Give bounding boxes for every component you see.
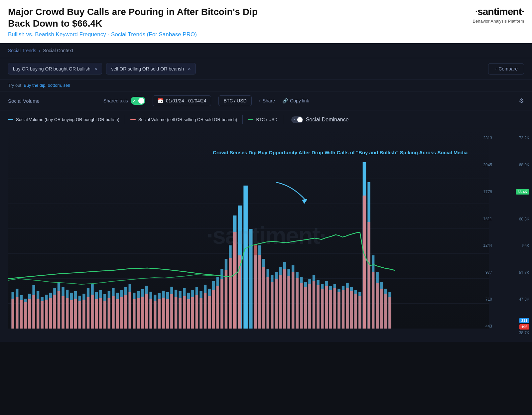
svg-rect-128: [133, 299, 135, 329]
svg-rect-178: [354, 294, 357, 329]
date-range-button[interactable]: 📅 01/01/24 - 01/04/24: [153, 95, 211, 106]
svg-rect-172: [329, 290, 332, 329]
svg-rect-139: [179, 298, 181, 329]
svg-rect-149: [220, 279, 223, 329]
brand-logo: ·santiment· Behavior Analysis Platform: [472, 6, 524, 24]
svg-rect-166: [304, 287, 307, 329]
svg-rect-105: [37, 299, 39, 329]
main-content: Social Trends › Social Context buy OR bu…: [0, 43, 532, 342]
svg-rect-145: [204, 293, 206, 329]
search-tag-2-text: sell OR selling OR sold OR bearish: [111, 66, 184, 71]
price-badge-green: 66.4K: [516, 189, 529, 195]
social-dominance-toggle[interactable]: ×: [291, 116, 303, 123]
svg-rect-115: [78, 301, 81, 329]
chart-area: ·santiment· Crowd Senses Dip Buy Opportu…: [0, 129, 532, 342]
breadcrumb-current: Social Context: [43, 48, 73, 53]
svg-rect-137: [170, 294, 173, 329]
legend-item-buy: Social Volume (buy OR buying OR bought O…: [8, 115, 125, 124]
calendar-icon: 📅: [158, 98, 163, 103]
svg-rect-132: [149, 299, 152, 329]
legend-red-bar: [130, 119, 136, 120]
svg-rect-173: [333, 288, 336, 329]
svg-rect-176: [346, 288, 348, 329]
search-tag-2[interactable]: sell OR selling OR sold OR bearish ×: [106, 63, 196, 74]
svg-rect-160: [279, 275, 282, 329]
legend-toggle-group: × Social Dominance: [291, 116, 349, 123]
compare-button[interactable]: + Compare: [488, 63, 524, 74]
legend-item-sell-label: Social Volume (sell OR selling OR sold O…: [138, 117, 237, 122]
svg-rect-111: [62, 296, 64, 329]
legend-item-btc: BTC / USD: [248, 115, 283, 124]
svg-rect-64: [243, 186, 248, 329]
svg-rect-150: [225, 270, 227, 329]
y-label-6: 710: [485, 297, 492, 302]
svg-rect-110: [58, 291, 60, 329]
svg-rect-157: [266, 277, 269, 329]
svg-rect-144: [200, 298, 202, 329]
svg-rect-181: [367, 222, 370, 329]
svg-rect-167: [308, 284, 311, 329]
svg-rect-99: [11, 299, 14, 329]
svg-rect-120: [99, 298, 102, 329]
svg-rect-180: [363, 196, 366, 329]
share-button[interactable]: ⟨ Share: [259, 98, 275, 103]
svg-rect-122: [108, 298, 110, 329]
svg-rect-121: [103, 301, 106, 329]
svg-rect-171: [325, 286, 328, 329]
try-out-bar: Try out: Buy the dip, bottom, sell: [0, 79, 532, 91]
settings-button[interactable]: ⚙: [519, 97, 524, 104]
header-left: Major Crowd Buy Calls are Pouring in Aft…: [8, 6, 281, 38]
legend-green-bar: [248, 119, 253, 120]
y-label-7: 443: [485, 324, 492, 329]
try-out-links[interactable]: Buy the dip, bottom, sell: [24, 83, 70, 88]
search-bar: buy OR buying OR bought OR bullish × sel…: [0, 58, 532, 79]
page-subtitle: Bullish vs. Bearish Keyword Frequency - …: [8, 31, 281, 38]
toggle-check-icon: ✓: [133, 99, 136, 103]
page-title: Major Crowd Buy Calls are Pouring in Aft…: [8, 6, 281, 29]
svg-rect-142: [191, 297, 194, 329]
svg-rect-136: [166, 299, 169, 329]
svg-rect-163: [292, 272, 294, 329]
copy-link-label: Copy link: [290, 98, 309, 103]
search-tag-1-close[interactable]: ×: [94, 66, 97, 71]
asset-selector-button[interactable]: BTC / USD: [218, 95, 251, 106]
svg-rect-148: [216, 286, 219, 329]
copy-link-button[interactable]: 🔗 Copy link: [282, 98, 309, 103]
breadcrumb-parent[interactable]: Social Trends: [8, 48, 36, 53]
price-badge-blue: 311: [519, 318, 529, 323]
breadcrumb-bar: Social Trends › Social Context: [0, 43, 532, 58]
svg-rect-135: [162, 298, 165, 329]
svg-rect-155: [258, 255, 261, 329]
legend-item-btc-label: BTC / USD: [256, 117, 277, 122]
svg-rect-177: [350, 291, 353, 329]
svg-rect-141: [187, 299, 190, 329]
svg-rect-151: [229, 258, 231, 329]
search-tag-2-close[interactable]: ×: [188, 66, 191, 71]
svg-rect-109: [53, 295, 56, 329]
shared-axis-toggle[interactable]: ✓: [131, 97, 145, 105]
svg-rect-186: [388, 297, 391, 329]
link-icon: 🔗: [282, 98, 288, 103]
svg-rect-106: [41, 301, 43, 329]
svg-rect-119: [95, 299, 98, 329]
svg-rect-168: [313, 281, 315, 329]
svg-rect-107: [45, 300, 48, 329]
chart-svg: [8, 129, 489, 329]
legend-item-buy-label: Social Volume (buy OR buying OR bought O…: [16, 117, 119, 122]
svg-rect-162: [287, 276, 290, 329]
share-label: Share: [263, 98, 275, 103]
svg-rect-108: [49, 298, 52, 329]
svg-rect-129: [137, 298, 140, 329]
svg-rect-126: [124, 295, 127, 329]
svg-rect-146: [208, 296, 210, 329]
svg-rect-170: [321, 289, 324, 329]
search-tag-1[interactable]: buy OR buying OR bought OR bullish ×: [8, 63, 102, 74]
svg-rect-101: [20, 300, 23, 329]
svg-rect-158: [271, 282, 273, 329]
shared-axis-label: Shared axis: [103, 98, 128, 103]
legend-item-dominance-label: Social Dominance: [306, 117, 349, 123]
svg-rect-143: [196, 295, 198, 329]
svg-rect-147: [212, 290, 215, 329]
y-label-4: 1244: [483, 243, 492, 248]
svg-rect-103: [28, 299, 31, 329]
